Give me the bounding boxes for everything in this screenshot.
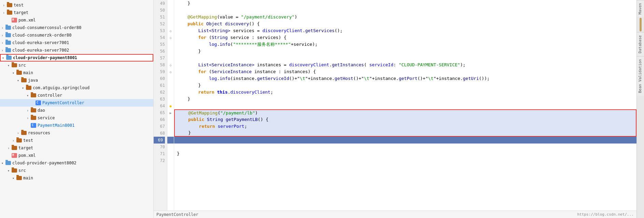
code-line-52: public Object discovery() { xyxy=(174,21,636,27)
code-line-58: List<ServiceInstance> instances = discov… xyxy=(174,62,636,68)
tree-item-label: cloud-provider-payment8002 xyxy=(12,161,76,165)
tree-item-test[interactable]: test xyxy=(0,1,153,9)
java-file-icon xyxy=(31,123,36,128)
folder-icon xyxy=(16,138,22,142)
code-line-60: log.info(instance.getServiceId()+"\t"+in… xyxy=(174,75,636,82)
tree-item-label: dao xyxy=(38,108,45,113)
tree-item-label: resources xyxy=(28,131,50,135)
arrow-icon xyxy=(1,49,5,52)
code-line-71: } xyxy=(174,150,636,157)
code-line-55: log.info("********服务名称*****"+service); xyxy=(174,41,636,48)
tree-item-eureka7001[interactable]: cloud-eureka-server7001 xyxy=(0,39,153,46)
folder-icon xyxy=(5,26,11,30)
arrow-icon xyxy=(22,86,26,90)
tree-item-label: service xyxy=(38,115,55,120)
tree-item-pom-xml-2[interactable]: pom.xml xyxy=(0,152,153,159)
code-line-61: } xyxy=(174,82,636,89)
tree-item-label: java xyxy=(28,78,38,83)
tree-item-label: main xyxy=(23,176,33,180)
code-line-68: } xyxy=(174,130,636,137)
folder-icon xyxy=(5,48,11,52)
tree-item-target2[interactable]: target xyxy=(0,144,153,152)
file-tree: test target pom.xml cloud-consumerconsul… xyxy=(0,0,154,218)
code-line-65: @GetMapping("/payment/lb") xyxy=(174,109,636,116)
folder-icon xyxy=(16,71,22,75)
tree-item-label: target xyxy=(18,146,33,150)
arrow-icon xyxy=(8,146,12,150)
tree-item-payment8002[interactable]: cloud-provider-payment8002 xyxy=(0,159,153,167)
tree-item-resources[interactable]: resources xyxy=(0,129,153,137)
url-hint: https://blog.csdn.net/... xyxy=(577,212,634,217)
sidebar-tab-maven[interactable]: Maven xyxy=(637,0,644,17)
code-line-64 xyxy=(174,103,636,109)
tree-item-label: src xyxy=(18,63,26,68)
tree-item-controller[interactable]: controller xyxy=(0,92,153,99)
code-content: } @GetMapping(value = "/payment/discover… xyxy=(174,0,636,210)
sidebar-tab-database[interactable]: Database xyxy=(637,32,644,56)
folder-icon xyxy=(21,78,27,82)
tree-item-label: cloud-consumerzk-order80 xyxy=(12,33,71,38)
tree-item-main[interactable]: main xyxy=(0,69,153,77)
tree-item-label: test xyxy=(14,3,24,8)
code-line-49: } xyxy=(174,0,636,7)
tree-item-payment8001[interactable]: cloud-provider-payment8001 xyxy=(0,54,153,62)
arrow-icon xyxy=(17,79,21,82)
tree-item-label: src xyxy=(18,168,26,173)
code-line-59: for (ServiceInstance instance : instance… xyxy=(174,68,636,75)
tree-item-eureka7002[interactable]: cloud-eureka-server7002 xyxy=(0,46,153,54)
folder-icon xyxy=(31,108,36,112)
tree-item-consumerzk[interactable]: cloud-consumerzk-order80 xyxy=(0,31,153,39)
tree-item-dao[interactable]: dao xyxy=(0,107,153,114)
folder-icon xyxy=(21,131,27,135)
tree-item-service[interactable]: service xyxy=(0,114,153,122)
arrow-icon xyxy=(12,71,16,75)
tree-item-com-atguigu[interactable]: com.atguigu.springcloud xyxy=(0,84,153,92)
tree-item-label: cloud-eureka-server7002 xyxy=(12,48,69,53)
folder-icon xyxy=(7,11,12,15)
scroll-bar-indicator xyxy=(640,18,642,31)
arrow-icon xyxy=(2,56,6,60)
tree-item-payment-controller[interactable]: PaymentController xyxy=(0,99,153,107)
code-line-54: for (String service : services) { xyxy=(174,34,636,41)
tree-item-pom-xml-1[interactable]: pom.xml xyxy=(0,16,153,24)
arrow-icon xyxy=(27,109,31,112)
tree-item-payment-main[interactable]: PaymentMain8001 xyxy=(0,122,153,129)
code-gutter: ◇ ◇ ◇ ◇ ● ▶ xyxy=(167,0,174,210)
code-line-53: List<String> services = discoveryClient.… xyxy=(174,27,636,34)
tree-item-src2[interactable]: src xyxy=(0,167,153,174)
tree-item-label: cloud-provider-payment8001 xyxy=(13,55,77,60)
code-line-50 xyxy=(174,7,636,14)
code-editor: 4950515253 5455565758 5960616263 64 6566… xyxy=(154,0,636,218)
code-line-51: @GetMapping(value = "/payment/discovery"… xyxy=(174,14,636,21)
tree-item-java[interactable]: java xyxy=(0,77,153,84)
folder-icon xyxy=(7,3,12,7)
tree-item-test2[interactable]: test xyxy=(0,137,153,144)
tree-item-label: pom.xml xyxy=(18,153,36,158)
xml-file-icon xyxy=(12,18,17,23)
code-line-72 xyxy=(174,157,636,164)
tree-item-consumerconsul[interactable]: cloud-consumerconsul-order80 xyxy=(0,24,153,31)
folder-icon xyxy=(12,168,17,173)
tree-item-label: controller xyxy=(38,93,62,98)
arrow-icon xyxy=(8,64,12,67)
arrow-icon xyxy=(12,139,16,142)
code-area[interactable]: 4950515253 5455565758 5960616263 64 6566… xyxy=(154,0,636,210)
tree-item-label: com.atguigu.springcloud xyxy=(33,85,89,90)
tree-item-label: PaymentMain8001 xyxy=(38,123,74,128)
arrow-icon xyxy=(12,176,16,180)
tree-item-label: pom.xml xyxy=(18,18,36,23)
arrow-icon xyxy=(1,161,5,165)
tree-item-main2[interactable]: main xyxy=(0,174,153,182)
arrow-icon xyxy=(27,94,31,97)
folder-icon xyxy=(16,176,22,180)
tree-item-target[interactable]: target xyxy=(0,9,153,16)
arrow-icon xyxy=(8,169,12,173)
code-line-57 xyxy=(174,55,636,62)
code-line-56: } xyxy=(174,48,636,55)
folder-icon xyxy=(31,93,36,97)
tree-item-src[interactable]: src xyxy=(0,62,153,69)
arrow-icon xyxy=(1,41,5,45)
arrow-icon xyxy=(3,3,7,7)
folder-icon xyxy=(5,41,11,45)
sidebar-tab-bean-validation[interactable]: Bean Validation xyxy=(637,56,644,96)
